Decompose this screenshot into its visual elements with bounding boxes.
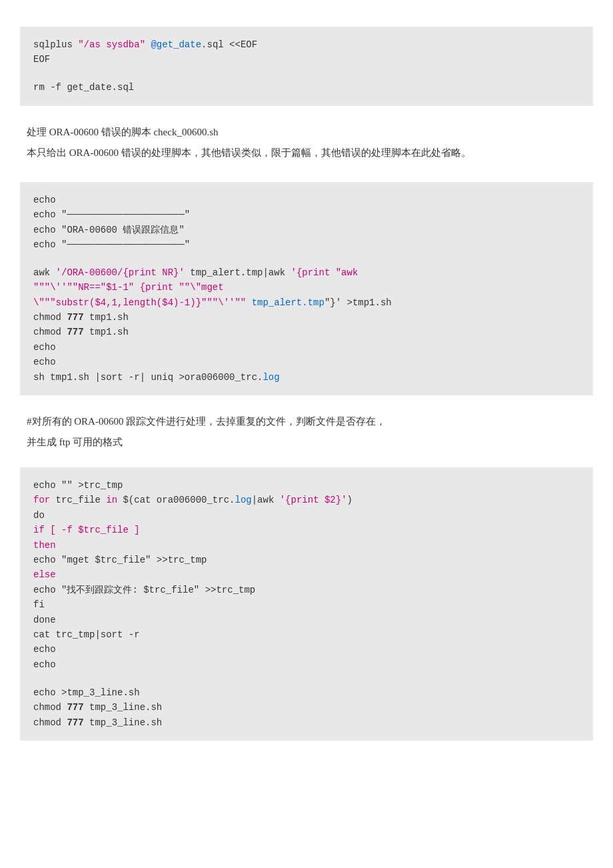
awk-brace-open: '{print "awk	[291, 267, 358, 278]
awk-close: "}' >tmp1.sh	[324, 297, 392, 308]
log-ext-2: log	[235, 495, 251, 505]
code-echo-empty-trc: echo "" >trc_tmp	[33, 478, 580, 493]
code-block-2: echo echo "─────────────────────" echo "…	[20, 182, 593, 395]
code-echo-mget: echo "mget $trc_file" >>trc_tmp	[33, 553, 580, 567]
code-line-sqlplus: sqlplus "/as sysdba" @get_date.sql <<EOF	[33, 37, 580, 52]
code-chmod-tmp3-1: chmod 777 tmp_3_line.sh	[33, 700, 580, 715]
code-echo-3: echo	[33, 340, 580, 355]
code-else: else	[33, 567, 580, 582]
code-empty-before-awk	[33, 252, 580, 265]
chmod-777-tmp3-2: 777	[67, 717, 83, 728]
code-echo-4: echo	[33, 355, 580, 369]
code-do: do	[33, 508, 580, 523]
code-if: if [ -f $trc_file ]	[33, 523, 580, 537]
for-awk-part: |awk	[252, 495, 280, 505]
text-line-1: 处理 ORA-00600 错误的脚本 check_00600.sh	[27, 123, 586, 141]
code-line-empty1	[33, 67, 580, 81]
code-block-1: sqlplus "/as sysdba" @get_date.sql <<EOF…	[20, 27, 593, 106]
for-cmd: $(cat ora006000_trc.	[117, 495, 235, 505]
awk-mid: tmp_alert.tmp|awk	[185, 267, 291, 278]
for-keyword: for	[33, 495, 50, 505]
page-container: sqlplus "/as sysdba" @get_date.sql <<EOF…	[0, 13, 613, 767]
awk-pattern1: '/ORA-00600/{print NR}'	[56, 267, 185, 278]
for-var: trc_file	[50, 495, 106, 505]
code-text-sqlplus: sqlplus	[33, 39, 78, 50]
for-close: )	[347, 495, 352, 505]
comment-line-2: 并生成 ftp 可用的格式	[27, 433, 586, 451]
code-line-eof: EOF	[33, 52, 580, 67]
awk-tmp-alert: tmp_alert.tmp	[252, 297, 324, 308]
chmod-777-2: 777	[67, 327, 83, 337]
awk-substr: \"""substr($4,1,length($4)-1)}"""\''""	[33, 297, 252, 308]
awk-keyword: awk	[33, 267, 56, 278]
code-echo-line1: echo "─────────────────────"	[33, 207, 580, 222]
code-fi: fi	[33, 597, 580, 612]
code-sh-tmpl: sh tmp1.sh |sort -r| uniq >ora006000_trc…	[33, 370, 580, 385]
code-echo-notfound: echo "找不到跟踪文件: $trc_file" >>trc_tmp	[33, 583, 580, 597]
code-awk-line2: """\''""NR=="$1-1" {print ""\"mget	[33, 280, 580, 295]
code-cat-trc: cat trc_tmp|sort -r	[33, 627, 580, 642]
text-block-1: 处理 ORA-00600 错误的脚本 check_00600.sh 本只给出 O…	[20, 117, 593, 171]
code-line-rm: rm -f get_date.sql	[33, 80, 580, 95]
code-chmod-1: chmod 777 tmp1.sh	[33, 310, 580, 325]
code-done: done	[33, 613, 580, 627]
code-echo-6: echo	[33, 657, 580, 672]
code-echo-1: echo	[33, 193, 580, 207]
code-then: then	[33, 538, 580, 553]
code-chmod-tmp3-2: chmod 777 tmp_3_line.sh	[33, 715, 580, 730]
code-chmod-2: chmod 777 tmp1.sh	[33, 325, 580, 339]
code-at-getdate: @get_date	[151, 39, 201, 50]
code-echo-5: echo	[33, 642, 580, 657]
code-slash-as: "/as sysdba"	[78, 39, 145, 50]
for-in: in	[106, 495, 117, 505]
code-awk-line1: awk '/ORA-00600/{print NR}' tmp_alert.tm…	[33, 265, 580, 280]
code-awk-line3: \"""substr($4,1,length($4)-1)}"""\''"" t…	[33, 295, 580, 310]
code-blank-line	[33, 672, 580, 685]
chmod-777-tmp3-1: 777	[67, 702, 83, 713]
code-echo-ora: echo "ORA-00600 错误跟踪信息"	[33, 223, 580, 237]
code-text-sql-eof: .sql <<EOF	[201, 39, 257, 50]
code-echo-line2: echo "─────────────────────"	[33, 237, 580, 252]
text-block-2: #对所有的 ORA-00600 跟踪文件进行处理，去掉重复的文件，判断文件是否存…	[20, 406, 593, 461]
log-ext-1: log	[263, 372, 279, 383]
code-for-line: for trc_file in $(cat ora006000_trc.log|…	[33, 493, 580, 507]
for-awk-print: '{print $2}'	[280, 495, 347, 505]
code-echo-tmp3: echo >tmp_3_line.sh	[33, 685, 580, 700]
chmod-777-1: 777	[67, 312, 83, 323]
code-block-3: echo "" >trc_tmp for trc_file in $(cat o…	[20, 467, 593, 741]
comment-line-1: #对所有的 ORA-00600 跟踪文件进行处理，去掉重复的文件，判断文件是否存…	[27, 413, 586, 431]
text-line-2: 本只给出 ORA-00600 错误的处理脚本，其他错误类似，限于篇幅，其他错误的…	[27, 144, 586, 162]
